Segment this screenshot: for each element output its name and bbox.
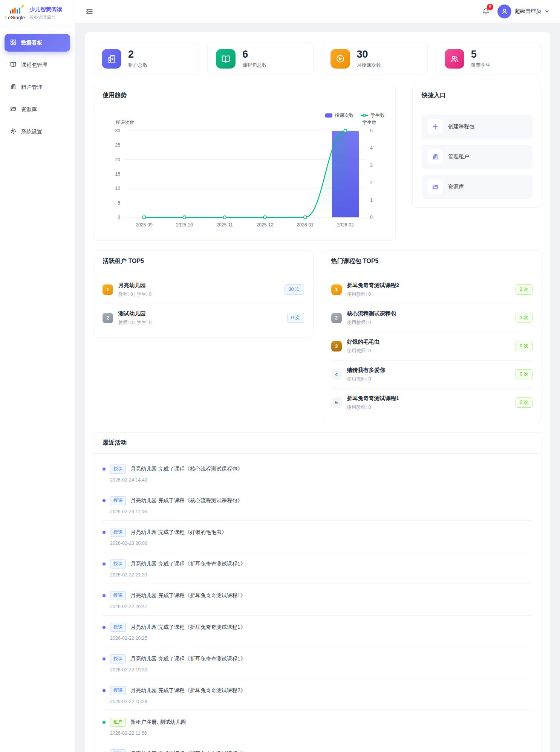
notifications-button[interactable]: 5	[482, 6, 490, 17]
item-name: 核心流程测试课程包	[347, 310, 511, 317]
menu-fold-icon	[86, 8, 93, 15]
svg-text:5: 5	[118, 200, 120, 206]
activity-time: 2026-02-22 11:56	[110, 731, 532, 736]
book-icon	[10, 61, 17, 69]
svg-text:2025-10: 2025-10	[176, 222, 193, 228]
stat-value: 6	[242, 49, 267, 60]
sidebar-item-label: 租户管理	[21, 84, 42, 91]
recent-activity-list: 授课 月亮幼儿园 完成了课程《核心流程测试课程包》 2026-02-24 14:…	[93, 454, 542, 752]
building-icon	[10, 83, 17, 91]
activity-time: 2026-02-24 14:42	[110, 477, 532, 483]
svg-text:30: 30	[115, 128, 120, 133]
quick-entry-title: 快捷入口	[413, 85, 542, 106]
activity-dot	[103, 689, 106, 692]
svg-text:1: 1	[370, 197, 373, 203]
svg-text:2026-01: 2026-01	[297, 222, 314, 228]
svg-text:2025-11: 2025-11	[216, 222, 233, 228]
stat-card-monthly-lessons: 30 月授课次数	[322, 43, 428, 75]
rank-badge: 3	[331, 341, 342, 352]
svg-text:15: 15	[115, 171, 120, 177]
rank-badge: 1	[331, 284, 342, 295]
sidebar-item-course-packages[interactable]: 课程包管理	[5, 56, 70, 74]
user-menu[interactable]: 超级管理员	[497, 5, 549, 18]
list-item: 1 月亮幼儿园 教师: 0 | 学生: 0 30 次	[103, 276, 304, 304]
stat-card-students: 5 覆盖学生	[436, 43, 542, 75]
activity-row: 授课 月亮幼儿园 完成了课程《折耳兔奇奇测试课程1》 2026-02-22 19…	[103, 647, 532, 679]
stat-value: 30	[357, 49, 381, 60]
user-name: 超级管理员	[515, 8, 541, 15]
sidebar-item-tenants[interactable]: 租户管理	[5, 78, 70, 96]
quick-link-label: 创建课程包	[448, 123, 474, 130]
stat-label: 租户总数	[128, 62, 148, 69]
rank-badge: 1	[103, 284, 113, 295]
count-badge: 2 次	[516, 313, 532, 323]
svg-text:0: 0	[118, 215, 120, 220]
count-badge: 0 次	[516, 369, 532, 379]
item-name: 月亮幼儿园	[118, 282, 279, 289]
legend-item-lessons[interactable]: 授课次数	[325, 112, 354, 119]
svg-text:5: 5	[370, 128, 373, 133]
svg-text:25: 25	[115, 142, 120, 148]
svg-text:2: 2	[370, 180, 373, 185]
item-meta: 教师: 0 | 学生: 0	[118, 291, 279, 298]
item-meta: 使用教师: 0	[347, 376, 511, 382]
stat-value: 2	[128, 49, 148, 60]
svg-text:20: 20	[115, 157, 120, 162]
app-subtitle: 服务管理后台	[29, 15, 62, 20]
building-icon	[102, 49, 121, 69]
activity-time: 2026-02-23 20:06	[110, 541, 532, 546]
rank-badge: 2	[103, 313, 113, 323]
activity-tag: 授课	[110, 465, 126, 474]
activity-dot	[103, 626, 106, 629]
list-item: 1 折耳兔奇奇测试课程2 使用教师: 0 2 次	[331, 276, 533, 304]
item-meta: 使用教师: 0	[347, 319, 511, 326]
svg-text:学生数: 学生数	[363, 120, 376, 125]
rank-badge: 4	[331, 369, 342, 380]
activity-dot	[103, 499, 106, 502]
legend-label: 授课次数	[335, 112, 354, 119]
activity-dot	[103, 562, 106, 566]
item-meta: 使用教师: 0	[347, 348, 511, 354]
sidebar-collapse-button[interactable]	[86, 8, 93, 15]
quick-link-resources[interactable]: 资源库	[422, 175, 532, 199]
item-meta: 使用教师: 0	[347, 291, 511, 298]
activity-text: 月亮幼儿园 完成了课程《折耳兔奇奇测试课程1》	[130, 592, 246, 599]
activity-dot	[103, 657, 106, 660]
count-badge: 0 次	[516, 397, 532, 408]
legend-line-swatch	[361, 115, 368, 116]
sidebar-item-label: 课程包管理	[21, 62, 47, 69]
svg-text:2025-12: 2025-12	[257, 222, 274, 228]
sidebar-item-settings[interactable]: 系统设置	[5, 123, 70, 141]
activity-dot	[103, 721, 106, 724]
legend-label: 学生数	[371, 112, 385, 119]
sidebar-item-resources[interactable]: 资源库	[5, 101, 70, 118]
activity-tag: 租户	[110, 718, 126, 727]
activity-row: 授课 月亮幼儿园 完成了课程《折耳兔奇奇测试课程1》 2026-02-22 20…	[103, 584, 532, 616]
active-tenants-list: 1 月亮幼儿园 教师: 0 | 学生: 0 30 次 2 测试幼儿园 教师: 0…	[93, 272, 313, 337]
sidebar-item-dashboard[interactable]: 数据看板	[5, 34, 70, 52]
legend-item-students[interactable]: 学生数	[361, 112, 385, 119]
recent-activity-title: 最近活动	[93, 433, 542, 454]
quick-link-create-package[interactable]: 创建课程包	[422, 115, 532, 139]
activity-row: 授课 月亮幼儿园 完成了课程《核心流程测试课程包》 2026-02-24 11:…	[103, 489, 532, 521]
play-icon	[330, 49, 350, 69]
activity-dot	[103, 531, 106, 534]
count-badge: 2 次	[516, 284, 532, 295]
item-name: 猜猜我有多爱你	[347, 367, 511, 374]
activity-time: 2026-02-22 20:47	[110, 604, 532, 609]
chart-legend[interactable]: 授课次数 学生数	[325, 112, 385, 119]
item-name: 好饿的毛毛虫	[347, 338, 511, 345]
stat-label: 月授课次数	[357, 62, 381, 69]
content: 2 租户总数 6 课程包总数	[75, 23, 560, 752]
quick-entry-card: 快捷入口 创建课程包	[412, 85, 542, 208]
svg-text:2026-02: 2026-02	[337, 222, 354, 228]
svg-text:3: 3	[370, 163, 373, 168]
activity-row: 授课 月亮幼儿园 完成了课程《折耳兔奇奇测试课程2》 2026-02-22 15…	[103, 679, 532, 711]
legend-bar-swatch	[325, 113, 332, 118]
hot-packages-title: 热门课程包 TOP5	[322, 251, 542, 272]
count-badge: 0 次	[516, 341, 532, 351]
stat-card-course-packages: 6 课程包总数	[207, 43, 313, 75]
quick-link-manage-tenants[interactable]: 管理租户	[422, 145, 532, 169]
activity-time: 2026-02-22 21:39	[110, 572, 532, 578]
dashboard-panel: 2 租户总数 6 课程包总数	[85, 32, 550, 752]
